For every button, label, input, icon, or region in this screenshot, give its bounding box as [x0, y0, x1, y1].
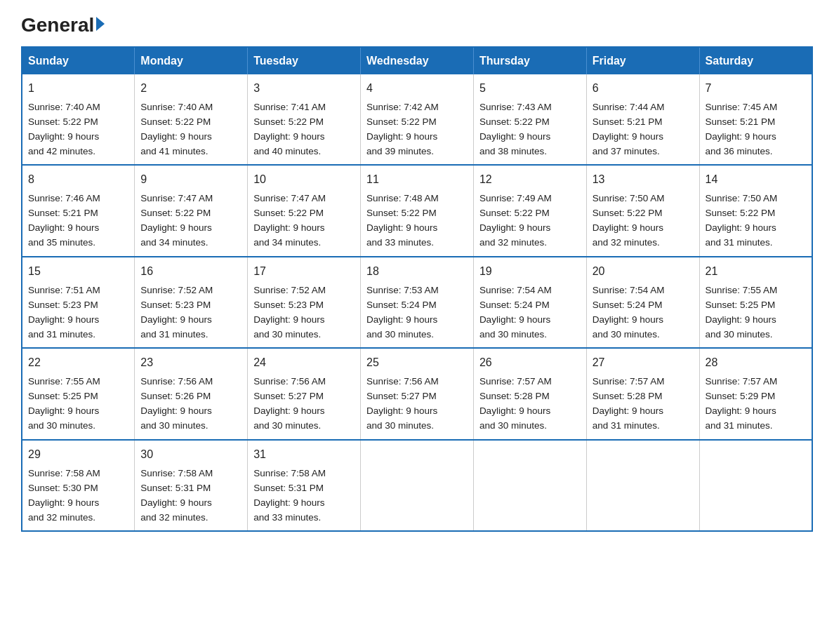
- day-cell: [586, 440, 699, 531]
- day-cell: 1Sunrise: 7:40 AMSunset: 5:22 PMDaylight…: [22, 74, 135, 165]
- day-cell: 28Sunrise: 7:57 AMSunset: 5:29 PMDayligh…: [699, 348, 812, 439]
- day-number: 13: [593, 171, 694, 189]
- day-cell: 26Sunrise: 7:57 AMSunset: 5:28 PMDayligh…: [473, 348, 586, 439]
- day-cell: 4Sunrise: 7:42 AMSunset: 5:22 PMDaylight…: [361, 74, 474, 165]
- calendar-body: 1Sunrise: 7:40 AMSunset: 5:22 PMDaylight…: [22, 74, 812, 531]
- day-number: 20: [593, 263, 694, 281]
- day-number: 19: [479, 263, 581, 281]
- week-row-3: 15Sunrise: 7:51 AMSunset: 5:23 PMDayligh…: [22, 257, 812, 348]
- day-number: 14: [706, 171, 806, 189]
- day-number: 28: [706, 354, 806, 372]
- day-cell: 2Sunrise: 7:40 AMSunset: 5:22 PMDaylight…: [135, 74, 248, 165]
- day-number: 25: [366, 354, 468, 372]
- day-number: 9: [140, 171, 241, 189]
- day-number: 12: [479, 171, 581, 189]
- day-cell: 7Sunrise: 7:45 AMSunset: 5:21 PMDaylight…: [699, 74, 812, 165]
- day-number: 16: [140, 263, 241, 281]
- day-number: 22: [28, 354, 128, 372]
- day-number: 1: [28, 80, 128, 98]
- day-number: 24: [253, 354, 355, 372]
- day-number: 3: [253, 80, 355, 98]
- day-number: 11: [366, 171, 468, 189]
- day-cell: 19Sunrise: 7:54 AMSunset: 5:24 PMDayligh…: [473, 257, 586, 348]
- day-cell: 29Sunrise: 7:58 AMSunset: 5:30 PMDayligh…: [22, 440, 135, 531]
- day-cell: 15Sunrise: 7:51 AMSunset: 5:23 PMDayligh…: [22, 257, 135, 348]
- weekday-header-row: SundayMondayTuesdayWednesdayThursdayFrid…: [22, 47, 812, 74]
- week-row-5: 29Sunrise: 7:58 AMSunset: 5:30 PMDayligh…: [22, 440, 812, 531]
- day-cell: 9Sunrise: 7:47 AMSunset: 5:22 PMDaylight…: [135, 165, 248, 256]
- day-cell: 23Sunrise: 7:56 AMSunset: 5:26 PMDayligh…: [135, 348, 248, 439]
- day-number: 26: [479, 354, 581, 372]
- day-number: 21: [706, 263, 806, 281]
- weekday-monday: Monday: [135, 47, 248, 74]
- day-cell: 21Sunrise: 7:55 AMSunset: 5:25 PMDayligh…: [699, 257, 812, 348]
- day-cell: 3Sunrise: 7:41 AMSunset: 5:22 PMDaylight…: [248, 74, 361, 165]
- day-number: 29: [28, 446, 128, 464]
- page-header: General: [21, 14, 813, 34]
- day-cell: 5Sunrise: 7:43 AMSunset: 5:22 PMDaylight…: [473, 74, 586, 165]
- logo-general: General: [21, 14, 94, 36]
- calendar-table: SundayMondayTuesdayWednesdayThursdayFrid…: [21, 46, 813, 532]
- day-cell: 22Sunrise: 7:55 AMSunset: 5:25 PMDayligh…: [22, 348, 135, 439]
- day-number: 31: [253, 446, 355, 464]
- day-cell: 18Sunrise: 7:53 AMSunset: 5:24 PMDayligh…: [361, 257, 474, 348]
- logo-arrow-icon: [96, 17, 105, 31]
- day-cell: 11Sunrise: 7:48 AMSunset: 5:22 PMDayligh…: [361, 165, 474, 256]
- weekday-saturday: Saturday: [699, 47, 812, 74]
- day-number: 30: [140, 446, 241, 464]
- day-cell: [473, 440, 586, 531]
- calendar-header: SundayMondayTuesdayWednesdayThursdayFrid…: [22, 47, 812, 74]
- day-cell: 10Sunrise: 7:47 AMSunset: 5:22 PMDayligh…: [248, 165, 361, 256]
- day-cell: 14Sunrise: 7:50 AMSunset: 5:22 PMDayligh…: [699, 165, 812, 256]
- day-number: 2: [140, 80, 241, 98]
- day-cell: 25Sunrise: 7:56 AMSunset: 5:27 PMDayligh…: [361, 348, 474, 439]
- day-cell: [361, 440, 474, 531]
- day-number: 4: [366, 80, 468, 98]
- day-cell: 20Sunrise: 7:54 AMSunset: 5:24 PMDayligh…: [586, 257, 699, 348]
- day-cell: 16Sunrise: 7:52 AMSunset: 5:23 PMDayligh…: [135, 257, 248, 348]
- day-number: 15: [28, 263, 128, 281]
- day-cell: [699, 440, 812, 531]
- logo-text: General: [21, 14, 105, 36]
- day-cell: 6Sunrise: 7:44 AMSunset: 5:21 PMDaylight…: [586, 74, 699, 165]
- day-number: 17: [253, 263, 355, 281]
- day-cell: 13Sunrise: 7:50 AMSunset: 5:22 PMDayligh…: [586, 165, 699, 256]
- day-cell: 17Sunrise: 7:52 AMSunset: 5:23 PMDayligh…: [248, 257, 361, 348]
- weekday-friday: Friday: [586, 47, 699, 74]
- day-number: 10: [253, 171, 355, 189]
- day-number: 23: [140, 354, 241, 372]
- day-cell: 31Sunrise: 7:58 AMSunset: 5:31 PMDayligh…: [248, 440, 361, 531]
- day-number: 5: [479, 80, 581, 98]
- day-number: 8: [28, 171, 128, 189]
- day-cell: 30Sunrise: 7:58 AMSunset: 5:31 PMDayligh…: [135, 440, 248, 531]
- weekday-sunday: Sunday: [22, 47, 135, 74]
- day-cell: 8Sunrise: 7:46 AMSunset: 5:21 PMDaylight…: [22, 165, 135, 256]
- day-cell: 24Sunrise: 7:56 AMSunset: 5:27 PMDayligh…: [248, 348, 361, 439]
- week-row-4: 22Sunrise: 7:55 AMSunset: 5:25 PMDayligh…: [22, 348, 812, 439]
- day-cell: 27Sunrise: 7:57 AMSunset: 5:28 PMDayligh…: [586, 348, 699, 439]
- day-number: 6: [593, 80, 694, 98]
- weekday-wednesday: Wednesday: [361, 47, 474, 74]
- day-number: 7: [706, 80, 806, 98]
- day-number: 27: [593, 354, 694, 372]
- logo: General: [21, 14, 105, 34]
- weekday-tuesday: Tuesday: [248, 47, 361, 74]
- day-cell: 12Sunrise: 7:49 AMSunset: 5:22 PMDayligh…: [473, 165, 586, 256]
- weekday-thursday: Thursday: [473, 47, 586, 74]
- week-row-2: 8Sunrise: 7:46 AMSunset: 5:21 PMDaylight…: [22, 165, 812, 256]
- week-row-1: 1Sunrise: 7:40 AMSunset: 5:22 PMDaylight…: [22, 74, 812, 165]
- day-number: 18: [366, 263, 468, 281]
